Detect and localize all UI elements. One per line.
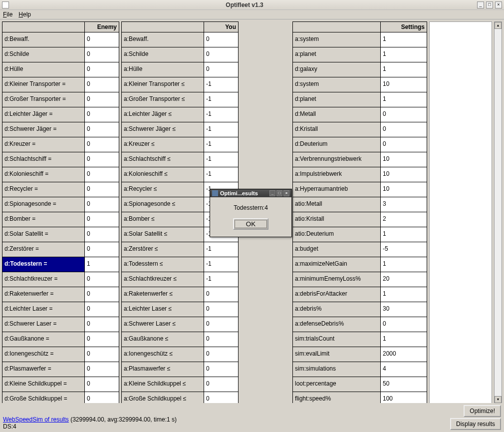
you-row[interactable]: a:Leichter Laser ≤0 (121, 302, 239, 317)
enemy-row-value[interactable]: 0 (85, 197, 119, 212)
enemy-row[interactable]: d:Ionengeschütz =0 (2, 347, 119, 362)
enemy-row[interactable]: d:Kolonieschiff =0 (2, 167, 119, 182)
menu-file[interactable]: File (3, 11, 12, 18)
settings-row[interactable]: d:galaxy1 (292, 62, 427, 77)
enemy-row-value[interactable]: 0 (85, 167, 119, 182)
settings-row-value[interactable]: 4 (381, 362, 427, 377)
settings-row-value[interactable]: 0 (381, 137, 427, 152)
enemy-row[interactable]: d:Schwerer Laser =0 (2, 317, 119, 332)
enemy-row-value[interactable]: 0 (85, 62, 119, 77)
you-row-value[interactable]: -1 (204, 167, 238, 182)
enemy-row[interactable]: d:Schwerer Jäger =0 (2, 122, 119, 137)
settings-row[interactable]: a:maximizeNetGain1 (292, 257, 427, 272)
enemy-row-value[interactable]: 0 (85, 77, 119, 92)
you-row[interactable]: a:Ionengeschütz ≤0 (121, 347, 239, 362)
settings-row-value[interactable]: 1 (381, 257, 427, 272)
you-row-value[interactable]: 0 (204, 287, 238, 302)
you-row[interactable]: a:Schwerer Laser ≤0 (121, 317, 239, 332)
enemy-row[interactable]: d:Todesstern =1 (2, 257, 119, 272)
enemy-row-value[interactable]: 0 (85, 47, 119, 62)
settings-row[interactable]: atio:Metall3 (292, 197, 427, 212)
settings-row-value[interactable]: 1 (381, 332, 427, 347)
settings-row[interactable]: a:debris%30 (292, 302, 427, 317)
enemy-row[interactable]: d:Plasmawerfer =0 (2, 362, 119, 377)
settings-row[interactable]: a:minimumEnemyLoss%20 (292, 272, 427, 287)
settings-row[interactable]: a:planet1 (292, 47, 427, 62)
enemy-row-value[interactable]: 1 (85, 257, 119, 272)
you-row-value[interactable]: -1 (204, 242, 238, 257)
menu-help[interactable]: Help (18, 11, 31, 18)
vertical-scrollbar[interactable]: ▴ ▾ (494, 21, 502, 404)
dialog-titlebar[interactable]: Optimi...esults _ □ × (210, 189, 291, 197)
maximize-icon[interactable]: □ (486, 1, 493, 8)
settings-row[interactable]: d:Kristall0 (292, 122, 427, 137)
settings-row[interactable]: a:debrisForAttacker1 (292, 287, 427, 302)
results-link[interactable]: WebSpeedSim of results (3, 416, 69, 423)
you-row[interactable]: a:Schilde0 (121, 47, 239, 62)
settings-row[interactable]: d:Metall0 (292, 107, 427, 122)
you-row[interactable]: a:Bewaff.0 (121, 32, 239, 47)
dialog-ok-button[interactable]: OK (233, 218, 268, 230)
display-results-button[interactable]: Display results (450, 418, 501, 430)
you-row-value[interactable]: 0 (204, 62, 238, 77)
you-row-value[interactable]: 0 (204, 332, 238, 347)
enemy-row-value[interactable]: 0 (85, 242, 119, 257)
settings-row-value[interactable]: 50 (381, 377, 427, 392)
settings-row[interactable]: d:planet1 (292, 92, 427, 107)
enemy-row-value[interactable]: 0 (85, 212, 119, 227)
enemy-row-value[interactable]: 0 (85, 227, 119, 242)
settings-row[interactable]: a:defenseDebris%0 (292, 317, 427, 332)
enemy-row-value[interactable]: 0 (85, 152, 119, 167)
you-row-value[interactable]: 0 (204, 377, 238, 392)
enemy-row-value[interactable]: 0 (85, 362, 119, 377)
enemy-row[interactable]: d:Recycler =0 (2, 182, 119, 197)
settings-row[interactable]: a:system1 (292, 32, 427, 47)
enemy-row[interactable]: d:Zerstörer =0 (2, 242, 119, 257)
enemy-row-value[interactable]: 0 (85, 182, 119, 197)
settings-row[interactable]: a:Impulstriebwerk10 (292, 167, 427, 182)
close-icon[interactable]: × (495, 1, 502, 8)
settings-row-value[interactable]: 10 (381, 77, 427, 92)
you-row[interactable]: a:Hülle0 (121, 62, 239, 77)
enemy-row[interactable]: d:Solar Satellit =0 (2, 227, 119, 242)
enemy-row[interactable]: d:Kreuzer =0 (2, 137, 119, 152)
settings-row-value[interactable]: 1 (381, 227, 427, 242)
you-row[interactable]: a:Todesstern ≤-1 (121, 257, 239, 272)
minimize-icon[interactable]: _ (477, 1, 484, 8)
settings-row-value[interactable]: 0 (381, 317, 427, 332)
settings-row-value[interactable]: 1 (381, 92, 427, 107)
enemy-row[interactable]: d:Schilde0 (2, 47, 119, 62)
you-row-value[interactable]: 0 (204, 302, 238, 317)
you-row-value[interactable]: 0 (204, 362, 238, 377)
dialog-minimize-icon[interactable]: _ (269, 190, 275, 196)
settings-row-value[interactable]: 0 (381, 122, 427, 137)
enemy-row[interactable]: d:Spionagesonde =0 (2, 197, 119, 212)
settings-row-value[interactable]: 10 (381, 152, 427, 167)
you-row[interactable]: a:Zerstörer ≤-1 (121, 242, 239, 257)
you-row-value[interactable]: 0 (204, 317, 238, 332)
you-row[interactable]: a:Großer Transporter ≤-1 (121, 92, 239, 107)
you-row-value[interactable]: -1 (204, 152, 238, 167)
enemy-row-value[interactable]: 0 (85, 122, 119, 137)
dialog-maximize-icon[interactable]: □ (276, 190, 282, 196)
settings-row-value[interactable]: 1 (381, 62, 427, 77)
settings-row-value[interactable]: 10 (381, 167, 427, 182)
settings-row[interactable]: sim:trialsCount1 (292, 332, 427, 347)
enemy-row-value[interactable]: 0 (85, 107, 119, 122)
settings-row-value[interactable]: 1 (381, 47, 427, 62)
enemy-row-value[interactable]: 0 (85, 317, 119, 332)
you-row-value[interactable]: -1 (204, 77, 238, 92)
enemy-row[interactable]: d:Bewaff.0 (2, 32, 119, 47)
you-row[interactable]: a:Plasmawerfer ≤0 (121, 362, 239, 377)
enemy-row[interactable]: d:Kleiner Transporter =0 (2, 77, 119, 92)
enemy-row[interactable]: d:Leichter Jäger =0 (2, 107, 119, 122)
enemy-row-value[interactable]: 0 (85, 377, 119, 392)
enemy-row-value[interactable]: 0 (85, 287, 119, 302)
you-row-value[interactable]: -1 (204, 137, 238, 152)
settings-row-value[interactable]: 1 (381, 32, 427, 47)
you-row[interactable]: a:Schwerer Jäger ≤-1 (121, 122, 239, 137)
scroll-down-icon[interactable]: ▾ (495, 396, 502, 403)
settings-row[interactable]: d:system10 (292, 77, 427, 92)
you-row[interactable]: a:Kolonieschiff ≤-1 (121, 167, 239, 182)
settings-row-value[interactable]: 0 (381, 107, 427, 122)
